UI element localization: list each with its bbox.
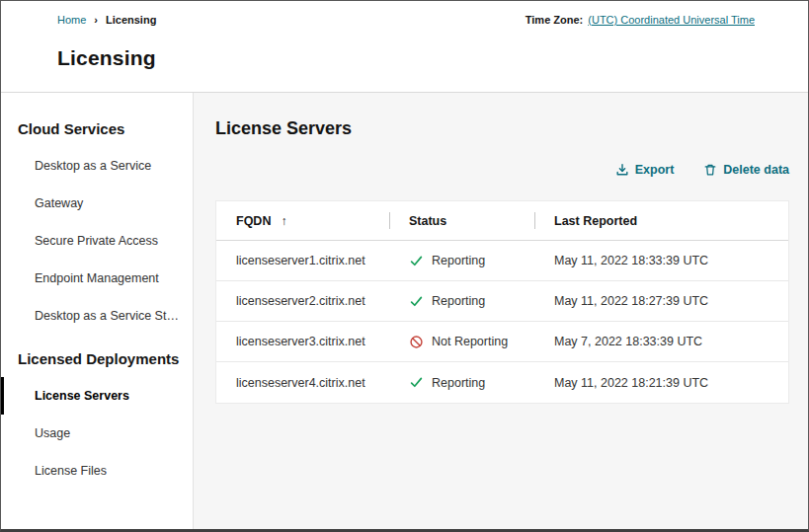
breadcrumb-current: Licensing — [106, 14, 156, 26]
fqdn-header-label: FQDN — [236, 214, 271, 228]
status-cell: Not Reporting — [389, 335, 534, 349]
reporting-check-icon — [409, 254, 424, 268]
delete-data-label: Delete data — [723, 163, 789, 177]
last-reported-cell: May 11, 2022 18:33:39 UTC — [534, 254, 788, 267]
last-reported-cell: May 7, 2022 18:33:39 UTC — [534, 335, 788, 348]
fqdn-cell: licenseserver1.citrix.net — [216, 254, 389, 267]
sidebar: Cloud Services Desktop as a Service Gate… — [1, 93, 194, 529]
not-reporting-prohibited-icon — [409, 335, 424, 349]
breadcrumb-home-link[interactable]: Home — [57, 14, 86, 26]
table-row: licenseserver1.citrix.net Reporting May … — [216, 241, 788, 281]
license-servers-table: FQDN ↑ Status Last Reported licenseserve… — [215, 200, 789, 404]
status-label: Reporting — [432, 376, 485, 390]
fqdn-cell: licenseserver4.citrix.net — [216, 376, 389, 390]
timezone-label: Time Zone: — [526, 14, 583, 26]
licensing-app: Home › Licensing Time Zone: (UTC) Coordi… — [0, 0, 809, 532]
top-bar: Home › Licensing Time Zone: (UTC) Coordi… — [1, 1, 808, 31]
export-label: Export — [635, 163, 675, 177]
sidebar-item-desktop-as-a-service[interactable]: Desktop as a Service — [1, 147, 193, 185]
fqdn-cell: licenseserver3.citrix.net — [216, 335, 389, 348]
status-header-label: Status — [409, 214, 446, 228]
last-reported-header-label: Last Reported — [554, 214, 637, 228]
reporting-check-icon — [409, 375, 424, 390]
sidebar-item-license-files[interactable]: License Files — [1, 452, 193, 490]
sidebar-item-desktop-as-a-service-standard[interactable]: Desktop as a Service Sta... — [1, 297, 193, 335]
status-cell: Reporting — [389, 294, 534, 309]
sidebar-section-licensed-deployments: Licensed Deployments License Servers Usa… — [1, 342, 193, 490]
delete-data-button[interactable]: Delete data — [703, 163, 789, 177]
page-header: Licensing — [1, 31, 808, 93]
export-button[interactable]: Export — [615, 163, 675, 177]
reporting-check-icon — [409, 294, 424, 309]
timezone-indicator: Time Zone: (UTC) Coordinated Universal T… — [526, 14, 755, 26]
table-actions: Export Delete data — [215, 163, 789, 177]
sidebar-item-gateway[interactable]: Gateway — [1, 185, 193, 222]
status-label: Reporting — [432, 254, 485, 267]
table-header-row: FQDN ↑ Status Last Reported — [216, 201, 788, 241]
column-header-status[interactable]: Status — [389, 201, 534, 240]
status-label: Not Reporting — [432, 335, 508, 348]
sidebar-item-secure-private-access[interactable]: Secure Private Access — [1, 222, 193, 260]
page-title: Licensing — [57, 46, 808, 70]
sidebar-item-endpoint-management[interactable]: Endpoint Management — [1, 260, 193, 297]
sidebar-section-cloud-services: Cloud Services Desktop as a Service Gate… — [1, 113, 193, 335]
table-row: licenseserver4.citrix.net Reporting May … — [216, 362, 788, 403]
timezone-link[interactable]: (UTC) Coordinated Universal Time — [588, 14, 755, 26]
column-header-fqdn[interactable]: FQDN ↑ — [216, 201, 389, 240]
export-icon — [615, 163, 629, 177]
sidebar-section-title: Cloud Services — [1, 113, 193, 147]
main-content: License Servers Export — [194, 93, 808, 529]
table-row: licenseserver2.citrix.net Reporting May … — [216, 281, 788, 322]
status-label: Reporting — [432, 294, 485, 308]
section-title: License Servers — [215, 118, 789, 139]
sidebar-item-usage[interactable]: Usage — [1, 415, 193, 452]
sidebar-section-title: Licensed Deployments — [1, 342, 193, 377]
chevron-right-icon: › — [94, 14, 98, 26]
sort-ascending-icon: ↑ — [281, 214, 286, 228]
status-cell: Reporting — [389, 375, 534, 390]
trash-icon — [703, 163, 717, 177]
table-row: licenseserver3.citrix.net Not Reporting … — [216, 322, 788, 362]
column-header-last-reported[interactable]: Last Reported — [534, 201, 788, 240]
status-cell: Reporting — [389, 254, 534, 268]
fqdn-cell: licenseserver2.citrix.net — [216, 294, 389, 308]
sidebar-item-license-servers[interactable]: License Servers — [1, 377, 193, 415]
breadcrumb: Home › Licensing — [57, 14, 156, 26]
last-reported-cell: May 11, 2022 18:27:39 UTC — [534, 294, 788, 308]
last-reported-cell: May 11, 2022 18:21:39 UTC — [534, 376, 788, 390]
